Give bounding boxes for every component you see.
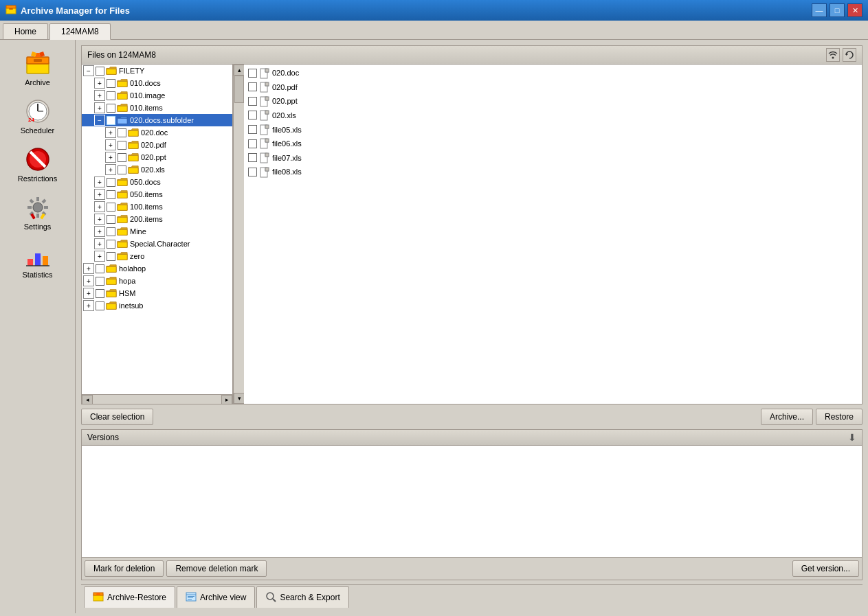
tab-124mam8[interactable]: 124MAM8 bbox=[49, 23, 111, 40]
expander-010items[interactable]: + bbox=[94, 102, 105, 113]
sidebar-item-statistics[interactable]: Statistics bbox=[3, 238, 72, 283]
expander-050items[interactable]: + bbox=[94, 189, 105, 200]
checkbox-file-file05xls[interactable] bbox=[248, 125, 257, 134]
file-item-020ppt[interactable]: 020.ppt bbox=[244, 94, 862, 109]
tree-item-010items[interactable]: + 010.items bbox=[82, 102, 232, 114]
tree-scroll-left[interactable]: ◂ bbox=[82, 395, 93, 404]
sidebar-item-settings[interactable]: Settings bbox=[3, 190, 72, 235]
expander-020doc-child[interactable]: + bbox=[105, 127, 116, 138]
tree-item-200items[interactable]: + 200.items bbox=[82, 213, 232, 225]
checkbox-010docs[interactable] bbox=[107, 79, 115, 88]
expander-010image[interactable]: + bbox=[94, 90, 105, 101]
expander-050docs[interactable]: + bbox=[94, 176, 105, 187]
tree-item-inetsub[interactable]: + inetsub bbox=[82, 299, 232, 312]
checkbox-special-char[interactable] bbox=[107, 240, 115, 249]
expander-filety[interactable]: − bbox=[83, 65, 94, 76]
checkbox-hsm[interactable] bbox=[96, 289, 104, 298]
checkbox-file-file06xls[interactable] bbox=[248, 139, 257, 148]
tree-item-020doc-child[interactable]: + 020.doc bbox=[82, 126, 232, 139]
tree-item-mine[interactable]: + Mine bbox=[82, 225, 232, 238]
checkbox-holahop[interactable] bbox=[96, 264, 104, 273]
remove-deletion-button[interactable]: Remove deletion mark bbox=[166, 560, 267, 577]
get-version-button[interactable]: Get version... bbox=[792, 560, 859, 577]
tree-item-010image[interactable]: + 010.image bbox=[82, 89, 232, 102]
sidebar-item-archive[interactable]: Archive bbox=[3, 45, 72, 91]
tab-search-export[interactable]: Search & Export bbox=[256, 586, 348, 608]
mark-deletion-button[interactable]: Mark for deletion bbox=[85, 560, 164, 577]
expander-inetsub[interactable]: + bbox=[83, 300, 94, 311]
checkbox-file-020xls[interactable] bbox=[248, 111, 257, 119]
expander-020pdf-child[interactable]: + bbox=[105, 139, 116, 150]
panel-refresh-icon[interactable] bbox=[843, 48, 856, 62]
tree-item-010docs[interactable]: + 010.docs bbox=[82, 77, 232, 89]
checkbox-file-file08xls[interactable] bbox=[248, 168, 257, 176]
checkbox-zero[interactable] bbox=[107, 252, 115, 261]
expander-010docs[interactable]: + bbox=[94, 78, 105, 89]
tree-item-hsm[interactable]: + HSM bbox=[82, 287, 232, 299]
checkbox-file-020ppt[interactable] bbox=[248, 97, 257, 106]
archive-button[interactable]: Archive... bbox=[761, 409, 813, 425]
checkbox-050items[interactable] bbox=[107, 190, 115, 199]
tree-item-special-char[interactable]: + Special.Character bbox=[82, 238, 232, 250]
tree-item-hopa[interactable]: + hopa bbox=[82, 275, 232, 287]
checkbox-020pdf-child[interactable] bbox=[118, 141, 126, 150]
expander-hopa[interactable]: + bbox=[83, 275, 94, 286]
expander-020docs-subfolder[interactable]: − bbox=[94, 115, 105, 126]
expander-200items[interactable]: + bbox=[94, 214, 105, 225]
clear-selection-button[interactable]: Clear selection bbox=[81, 409, 153, 425]
file-item-020xls[interactable]: 020.xls bbox=[244, 109, 862, 123]
tree-scroll[interactable]: − FILETY + bbox=[82, 65, 232, 394]
checkbox-hopa[interactable] bbox=[96, 277, 104, 286]
tree-item-zero[interactable]: + zero bbox=[82, 250, 232, 262]
file-item-file08xls[interactable]: file08.xls bbox=[244, 165, 862, 179]
checkbox-mine[interactable] bbox=[107, 227, 115, 236]
tree-item-020ppt-child[interactable]: + 020.ppt bbox=[82, 151, 232, 163]
file-item-file07xls[interactable]: file07.xls bbox=[244, 150, 862, 165]
restore-button[interactable]: Restore bbox=[816, 409, 863, 425]
checkbox-file-020doc[interactable] bbox=[248, 69, 257, 78]
checkbox-inetsub[interactable] bbox=[96, 301, 104, 310]
tree-item-filety[interactable]: − FILETY bbox=[82, 65, 232, 77]
tree-item-holahop[interactable]: + holahop bbox=[82, 262, 232, 275]
panel-wifi-icon[interactable] bbox=[826, 48, 840, 62]
tree-scroll-down[interactable]: ▾ bbox=[234, 393, 245, 404]
maximize-button[interactable]: □ bbox=[830, 3, 845, 17]
close-button[interactable]: ✕ bbox=[847, 3, 863, 17]
tab-home[interactable]: Home bbox=[3, 23, 48, 39]
expander-100items[interactable]: + bbox=[94, 201, 105, 212]
expander-020xls-child[interactable]: + bbox=[105, 164, 116, 175]
tree-item-050items[interactable]: + 050.items bbox=[82, 188, 232, 201]
tab-archive-view[interactable]: Archive view bbox=[177, 586, 255, 608]
checkbox-020doc-child[interactable] bbox=[118, 128, 126, 137]
checkbox-100items[interactable] bbox=[107, 203, 115, 212]
expander-holahop[interactable]: + bbox=[83, 263, 94, 274]
tree-scroll-thumb[interactable] bbox=[234, 76, 244, 103]
checkbox-010items[interactable] bbox=[107, 104, 115, 113]
tree-item-100items[interactable]: + 100.items bbox=[82, 201, 232, 213]
tree-scroll-up[interactable]: ▴ bbox=[234, 65, 245, 76]
file-item-file06xls[interactable]: file06.xls bbox=[244, 137, 862, 151]
expander-special-char[interactable]: + bbox=[94, 238, 105, 249]
checkbox-200items[interactable] bbox=[107, 215, 115, 224]
expander-mine[interactable]: + bbox=[94, 226, 105, 237]
tree-item-050docs[interactable]: + 050.docs bbox=[82, 176, 232, 188]
tree-h-scrollbar[interactable]: ◂ ▸ bbox=[82, 394, 232, 404]
checkbox-filety[interactable] bbox=[96, 67, 104, 76]
checkbox-020ppt-child[interactable] bbox=[118, 153, 126, 162]
expander-020ppt-child[interactable]: + bbox=[105, 152, 116, 163]
checkbox-file-file07xls[interactable] bbox=[248, 153, 257, 162]
sidebar-item-restrictions[interactable]: Restrictions bbox=[3, 141, 72, 187]
file-list[interactable]: 020.doc 020.pdf 020.pp bbox=[244, 65, 862, 404]
checkbox-050docs[interactable] bbox=[107, 178, 115, 187]
tree-v-scrollbar[interactable]: ▴ ▾ bbox=[233, 65, 244, 404]
tree-item-020docs-subfolder[interactable]: − 020.docs.subfolder bbox=[82, 114, 232, 126]
sidebar-item-scheduler[interactable]: 24 Scheduler bbox=[3, 93, 72, 139]
tree-item-020xls-child[interactable]: + 020.xls bbox=[82, 163, 232, 176]
tab-archive-restore[interactable]: Archive-Restore bbox=[84, 586, 175, 608]
tree-scroll-right[interactable]: ▸ bbox=[221, 395, 232, 404]
file-item-020doc[interactable]: 020.doc bbox=[244, 66, 862, 80]
checkbox-020docs-subfolder[interactable] bbox=[107, 116, 115, 125]
checkbox-020xls-child[interactable] bbox=[118, 166, 126, 174]
tree-scroll-track-v[interactable] bbox=[234, 76, 244, 393]
file-item-020pdf[interactable]: 020.pdf bbox=[244, 80, 862, 95]
